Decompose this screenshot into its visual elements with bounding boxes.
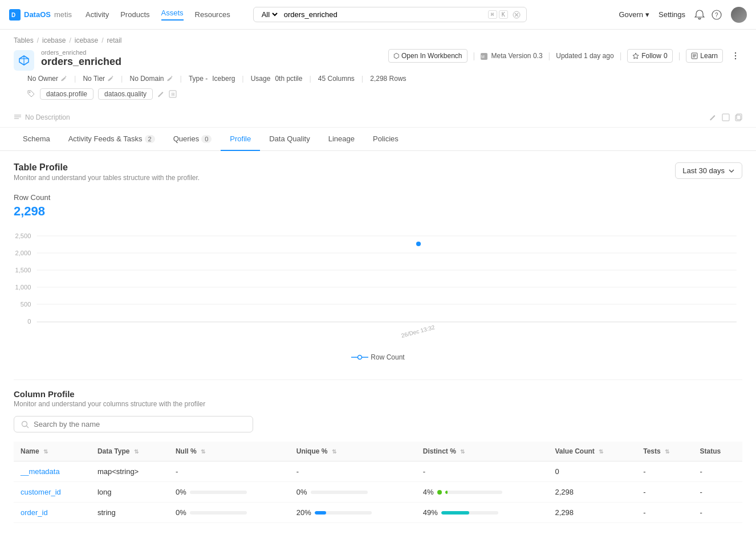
svg-text:D: D [11,12,15,18]
search-close-icon[interactable] [513,11,521,19]
row-name-link[interactable]: __metadata [21,467,60,476]
col-distinct-header[interactable]: Distinct % ⇅ [416,442,548,462]
cell-status: - [693,462,742,482]
columns-label: 45 Columns [318,75,355,83]
tag-quality[interactable]: dataos.quality [98,88,153,100]
nav-links: Activity Products Assets Resources [86,9,230,21]
col-null-header[interactable]: Null % ⇅ [169,442,290,462]
cell-datatype: map<string> [91,462,169,482]
domain-meta: No Domain [130,75,173,83]
row-count-legend-label: Row Count [371,353,404,361]
nav-resources[interactable]: Resources [195,10,230,19]
expand-tags-icon[interactable]: ⊞ [169,90,177,98]
name-sort-icon: ⇅ [43,448,48,455]
asset-header: orders_enriched orders_enriched ⬡ Open I… [0,47,756,110]
expand-description-icon[interactable] [722,113,730,121]
unique-value: - [296,467,299,476]
tab-queries[interactable]: Queries 0 [164,128,221,151]
type-value: Iceberg [212,75,235,83]
cell-datatype: string [91,503,169,523]
breadcrumb-retail[interactable]: retail [107,36,121,44]
col-status-header: Status [693,442,742,462]
tag-profile[interactable]: dataos.profile [40,88,94,100]
follow-count: 0 [664,52,668,60]
period-select[interactable]: Last 30 days [675,162,742,179]
null-value: 0% [176,508,186,517]
settings-link[interactable]: Settings [659,10,685,19]
tab-lineage[interactable]: Lineage [319,128,364,151]
table-row: __metadata map<string> - - [14,462,742,482]
column-profile-title: Column Profile [14,389,742,399]
nav-products[interactable]: Products [120,10,149,19]
tab-activity[interactable]: Activity Feeds & Tasks 2 [59,128,164,151]
col-tests-header[interactable]: Tests ⇅ [636,442,693,462]
description-actions [709,113,742,121]
column-search-field[interactable] [14,416,253,432]
cell-unique: - [290,462,416,482]
nav-activity[interactable]: Activity [86,10,109,19]
edit-icon-domain[interactable] [166,75,173,82]
open-workbench-button[interactable]: ⬡ Open In Workbench [388,49,468,63]
cell-datatype: long [91,482,169,503]
svg-point-19 [735,58,736,59]
row-count-label: Row Count [14,193,742,202]
ellipsis-icon [731,51,740,60]
tab-schema[interactable]: Schema [14,128,59,151]
asset-icon [14,50,34,71]
tab-profile[interactable]: Profile [221,128,260,151]
period-label: Last 30 days [682,166,725,175]
column-search-input[interactable] [34,420,246,428]
edit-icon-tier[interactable] [107,75,114,82]
cell-null: 0% [169,482,290,503]
search-filter-select[interactable]: All [259,10,279,19]
govern-chevron-icon: ▾ [645,10,649,19]
user-avatar[interactable] [731,7,747,23]
notification-icon[interactable] [694,10,705,20]
column-search-icon [21,420,29,428]
help-icon[interactable]: ? [712,10,722,20]
edit-tags-icon[interactable] [157,90,165,98]
period-chevron-icon [728,168,735,174]
col-valuecount-header[interactable]: Value Count ⇅ [548,442,637,462]
svg-text:1,000: 1,000 [15,284,31,291]
nav-assets[interactable]: Assets [161,9,184,21]
asset-subtitle: orders_enriched [41,49,121,56]
tab-dataquality[interactable]: Data Quality [260,128,319,151]
rows-label: 2,298 Rows [370,75,406,83]
row-name-link[interactable]: order_id [21,508,48,517]
follow-label: Follow [641,52,661,60]
tab-queries-badge: 0 [201,135,212,143]
col-datatype-header[interactable]: Data Type ⇅ [91,442,169,462]
owner-label: No Owner [27,75,58,83]
star-icon [632,52,639,59]
null-sort-icon: ⇅ [201,448,205,455]
unique-value: 20% [296,508,311,517]
breadcrumb-icebase2[interactable]: icebase [75,36,98,44]
follow-button[interactable]: Follow 0 [627,49,672,63]
svg-text:0: 0 [27,318,31,325]
domain-label: No Domain [130,75,164,83]
edit-description-icon[interactable] [709,113,717,121]
tier-meta: No Tier [83,75,114,83]
more-options-button[interactable] [729,49,742,63]
distinct-bar [445,491,502,494]
tab-dataquality-label: Data Quality [269,134,310,143]
col-unique-header[interactable]: Unique % ⇅ [290,442,416,462]
search-input[interactable] [284,10,483,19]
breadcrumb-icebase1[interactable]: icebase [42,36,66,44]
row-name-link[interactable]: customer_id [21,488,61,496]
workbench-label: Open In Workbench [401,52,462,60]
govern-button[interactable]: Govern ▾ [619,10,649,19]
tab-policies[interactable]: Policies [364,128,408,151]
owner-meta: No Owner [27,75,67,83]
edit-icon-owner[interactable] [60,75,67,82]
global-search-bar[interactable]: All ⌘ K [253,7,527,22]
breadcrumb-tables[interactable]: Tables [14,36,34,44]
svg-line-44 [27,426,29,428]
copy-description-icon[interactable] [734,113,742,121]
col-name-header[interactable]: Name ⇅ [14,442,91,462]
description-left: No Description [14,113,70,121]
asset-name: orders_enriched [41,56,121,68]
column-profile-subtitle: Monitor and understand your columns stru… [14,400,742,408]
learn-button[interactable]: Learn [686,49,723,63]
